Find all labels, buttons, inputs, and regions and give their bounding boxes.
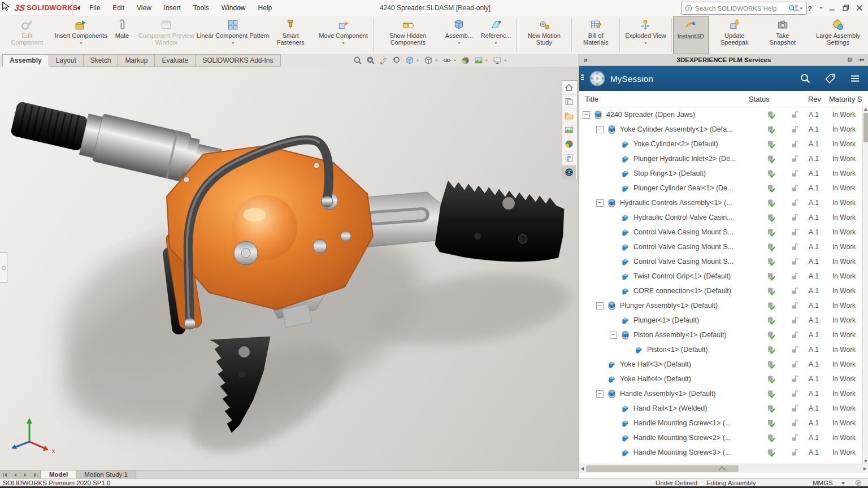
menu-insert[interactable]: Insert (158, 0, 186, 16)
menu-edit[interactable]: Edit (107, 0, 130, 16)
featuremanager-flyout-tab[interactable] (0, 252, 7, 283)
take-snapshot-button[interactable]: Take Snapshot (761, 16, 805, 54)
session-tag-icon[interactable] (824, 73, 836, 84)
update-speedpak-button[interactable]: Update Speedpak (709, 16, 761, 54)
minimize-icon[interactable] (827, 3, 837, 13)
linear-component-pattern-button[interactable]: Linear Component Pattern (199, 16, 266, 54)
vertical-scroll-thumb[interactable] (863, 113, 868, 142)
model-tab-motion-study-1[interactable]: Motion Study 1 (76, 470, 136, 479)
nav-first-button[interactable] (0, 470, 10, 479)
view-settings-button[interactable] (493, 56, 507, 65)
tree-row[interactable]: Twist Control Grip<1> (Default)A.1In Wor… (579, 269, 868, 284)
tab-evaluate[interactable]: Evaluate (155, 54, 196, 67)
tree-row[interactable]: Handle Mounting Screw<1> (...A.1In Work (579, 416, 868, 430)
tab-sketch[interactable]: Sketch (84, 54, 119, 67)
taskpane-design-library-button[interactable] (562, 95, 576, 109)
menu-file[interactable]: File (84, 0, 106, 16)
column-maturity[interactable]: Maturity S (824, 95, 868, 103)
taskpane-file-explorer-button[interactable] (562, 109, 576, 123)
graphics-area[interactable]: x (0, 67, 579, 470)
scroll-up-icon[interactable] (863, 107, 868, 112)
tree-row[interactable]: Plunger<1> (Default)A.1In Work (579, 313, 868, 328)
tree-row[interactable]: Plunger Hydraulic Inlet<2> (De...A.1In W… (579, 151, 868, 166)
tree-row[interactable]: Yoke Half<4> (Default)A.1In Work (579, 372, 868, 386)
collapse-toggle[interactable]: − (596, 199, 604, 207)
user-account-icon[interactable] (791, 3, 801, 13)
tree-row[interactable]: Yoke Cylinder<2> (Default)A.1In Work (579, 137, 868, 151)
menu-view[interactable]: View (131, 0, 157, 16)
tree-row[interactable]: Stop Ring<1> (Default)A.1In Work (579, 166, 868, 181)
large-assembly-settings-button[interactable]: Large Assembly Settings (805, 16, 868, 54)
column-title[interactable]: Title (579, 95, 749, 103)
dropdown-caret-icon[interactable] (503, 58, 507, 63)
zoom-area-button[interactable] (366, 56, 375, 65)
tree-row[interactable]: −4240 Spreader (Open Jaws)A.1In Work (579, 107, 868, 122)
panel-collapse-chevron-icon[interactable] (714, 464, 731, 473)
move-component-button[interactable]: Move Component (315, 16, 372, 54)
insert-components-button[interactable]: Insert Components (51, 16, 111, 54)
dropdown-caret-icon[interactable] (493, 41, 498, 46)
nav-prev-button[interactable] (10, 470, 20, 479)
collapse-toggle[interactable]: − (610, 332, 617, 339)
show-hidden-components-button[interactable]: Show Hidden Components (375, 16, 441, 54)
display-style-button[interactable] (424, 56, 439, 65)
help-search-box[interactable]: ? Search SOLIDWORKS Help (682, 2, 807, 15)
session-menu-icon[interactable] (849, 73, 861, 84)
taskpane-home-button[interactable] (562, 81, 576, 95)
assemb-button[interactable]: Assemb... (441, 16, 477, 54)
section-view-button[interactable] (379, 56, 388, 65)
restore-icon[interactable] (841, 3, 851, 13)
tree-row[interactable]: −Yoke Cylinder Assembly<1> (Defa...A.1In… (579, 122, 868, 137)
tree-row[interactable]: Control Valve Casing Mount S...A.1In Wor… (579, 239, 868, 254)
panel-pin-icon[interactable] (857, 56, 865, 64)
tree-row[interactable]: Handle Mounting Screw<2> (...A.1In Work (579, 430, 868, 445)
panel-gear-icon[interactable] (846, 56, 854, 64)
taskpane-view-palette-button[interactable] (562, 123, 576, 137)
referenc-button[interactable]: Referenc... (477, 16, 515, 54)
tree-row[interactable]: −Plunger Assembly<1> (Default)A.1In Work (579, 298, 868, 313)
view-orientation-button[interactable] (405, 56, 420, 65)
dropdown-caret-icon[interactable] (484, 58, 489, 63)
tree-row[interactable]: Hand Rail<1> (Welded)A.1In Work (579, 401, 868, 416)
tree-row[interactable]: Piston<1> (Default)A.1In Work (579, 342, 868, 357)
units-dropdown-icon[interactable] (841, 481, 845, 486)
menu-collapse-arrow-icon[interactable] (75, 4, 83, 12)
search-input[interactable]: Search SOLIDWORKS Help (695, 5, 785, 12)
help-dropdown-icon[interactable] (818, 5, 824, 11)
previous-view-button[interactable] (392, 56, 401, 65)
tree-horizontal-scrollbar[interactable] (579, 464, 868, 473)
nav-next-button[interactable] (20, 470, 31, 479)
close-icon[interactable] (854, 3, 865, 13)
taskpane-custom-properties-button[interactable] (562, 151, 576, 165)
tab-markup[interactable]: Markup (118, 54, 155, 67)
mate-button[interactable]: Mate (111, 16, 133, 54)
tree-vertical-scrollbar[interactable] (862, 106, 868, 464)
new-motion-study-button[interactable]: New Motion Study (518, 16, 570, 54)
dropdown-caret-icon[interactable] (231, 41, 236, 46)
help-button-icon[interactable]: ? (805, 3, 815, 13)
hide-show-items-button[interactable] (442, 56, 457, 65)
collapse-toggle[interactable]: − (596, 126, 604, 133)
apply-scene-button[interactable] (474, 56, 489, 65)
tree-row[interactable]: Hydraulic Control Valve Casin...A.1In Wo… (579, 210, 868, 225)
taskpane-3dexperience-button[interactable] (562, 165, 576, 180)
tab-solidworks-add-ins[interactable]: SOLIDWORKS Add-Ins (196, 54, 280, 67)
exploded-view-button[interactable]: Exploded View (621, 16, 670, 54)
collapse-toggle[interactable]: − (583, 111, 590, 119)
tab-assembly[interactable]: Assembly (2, 54, 49, 67)
tree-row[interactable]: Handle Mounting Screw<3> (...A.1In Work (579, 445, 868, 460)
tree-row[interactable]: Control Valve Casing Mount S...A.1In Wor… (579, 225, 868, 239)
menu-window[interactable]: Window (216, 0, 251, 16)
scroll-down-icon[interactable] (863, 459, 868, 463)
dropdown-caret-icon[interactable] (453, 58, 457, 63)
smart-fasteners-button[interactable]: Smart Fasteners (266, 16, 315, 54)
tree-row[interactable]: −Hydraulic Controls Assembly<1> (...A.1I… (579, 195, 868, 210)
units-selector[interactable]: MMGS (813, 479, 833, 487)
tree-row[interactable]: −Handle Assembly<1> (Default)A.1In Work (579, 386, 868, 401)
collapse-toggle[interactable]: − (596, 390, 604, 398)
bill-of-materials-button[interactable]: Bill of Materials (573, 16, 618, 54)
dropdown-caret-icon[interactable] (79, 41, 84, 46)
menu-pin-icon[interactable] (236, 3, 245, 12)
dropdown-caret-icon[interactable] (341, 41, 346, 46)
session-search-icon[interactable] (800, 73, 811, 84)
